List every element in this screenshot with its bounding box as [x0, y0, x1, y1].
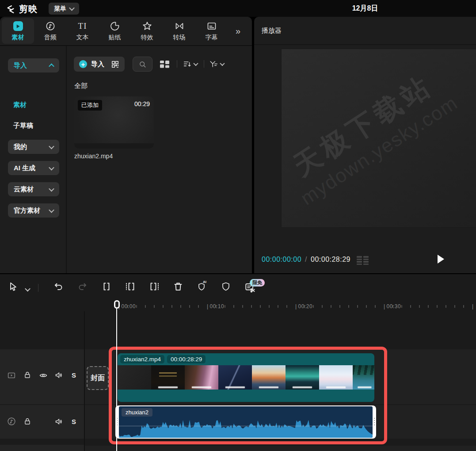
sidebar-item-subdraft[interactable]: 子草稿	[13, 122, 33, 130]
video-clip[interactable]: zhuxian2.mp4 00:00:28:29	[118, 353, 374, 402]
undo-button[interactable]	[53, 281, 64, 292]
grid-view-button[interactable]	[159, 59, 171, 69]
tab-material[interactable]: 素材	[2, 18, 34, 44]
ruler-tick	[392, 305, 393, 308]
ruler-label: |	[472, 303, 474, 310]
tab-effects[interactable]: 特效	[131, 18, 163, 44]
ruler-tick	[171, 305, 172, 308]
sidebar-group-cloud[interactable]: 云素材	[8, 182, 59, 196]
video-clip-name: zhuxian2.mp4	[120, 355, 164, 363]
audio-solo-button[interactable]: S	[72, 418, 76, 425]
media-sidebar: 导入 素材 子草稿 我的 AI 生成 云素材 官方素材	[0, 46, 66, 273]
search-input[interactable]	[133, 57, 152, 72]
eye-icon[interactable]	[38, 371, 48, 380]
player-panel: 播放器 天极下载站 mydown.yesky.com 00:00:00:00 /…	[254, 17, 476, 273]
clip-right-handle[interactable]	[374, 418, 375, 427]
video-solo-button[interactable]: S	[72, 371, 76, 379]
undo-icon	[53, 281, 64, 292]
capcut-window: 剪映 菜单 12月8日 素材 音频 TI 文本	[0, 0, 476, 451]
ruler-tick	[339, 305, 340, 308]
ruler-tick	[331, 305, 331, 308]
play-button[interactable]	[436, 254, 445, 264]
ruler-tick	[180, 305, 181, 308]
video-track-header: S	[0, 349, 84, 404]
import-button[interactable]: + 导入	[74, 57, 125, 72]
select-tool-button[interactable]	[8, 281, 19, 293]
ai-mask-button[interactable]: AI	[197, 281, 207, 292]
time-separator: /	[305, 256, 307, 264]
filter-button[interactable]	[209, 59, 224, 69]
tab-transitions-label: 转场	[173, 34, 186, 42]
tab-captions[interactable]: 字幕	[195, 18, 228, 44]
sidebar-group-import[interactable]: 导入	[8, 58, 59, 73]
ruler-tick	[286, 305, 287, 308]
player-title: 播放器	[262, 27, 282, 35]
menu-button[interactable]: 菜单	[49, 3, 79, 15]
sort-icon	[183, 59, 192, 69]
duration-label: 00:29	[134, 100, 150, 107]
split-button[interactable]	[101, 281, 112, 292]
sort-button[interactable]	[183, 59, 198, 69]
media-item-thumbnail[interactable]: 已添加 00:29	[74, 96, 154, 149]
tab-transitions[interactable]: 转场	[163, 18, 195, 44]
delete-button[interactable]	[173, 281, 183, 292]
sidebar-item-material[interactable]: 素材	[13, 101, 27, 109]
chevron-down-icon	[49, 207, 54, 213]
ruler-tick	[260, 305, 261, 308]
chevron-down-icon	[193, 61, 198, 66]
timeline-panel: AI 限免 | 00:00| 00:10| 00:20| 00:30|	[0, 273, 476, 451]
bowtie-icon	[174, 20, 185, 32]
lock-icon[interactable]	[23, 371, 32, 379]
audio-clip-name: zhuxian2	[122, 408, 152, 417]
tab-text[interactable]: TI 文本	[66, 18, 99, 44]
player-canvas	[281, 49, 476, 228]
date-label: 12月8日	[254, 4, 476, 13]
ruler-tick	[437, 305, 438, 308]
cover-button[interactable]: 封面	[87, 366, 109, 390]
video-track-type-icon	[7, 371, 16, 380]
more-tabs-button[interactable]: »	[236, 26, 240, 36]
ruler-tick	[269, 305, 270, 308]
trim-left-button[interactable]	[125, 281, 136, 292]
search-icon	[138, 60, 147, 69]
import-button-label: 导入	[91, 60, 104, 69]
audio-waveform	[119, 417, 373, 438]
audio-clip[interactable]: zhuxian2	[115, 405, 376, 439]
timecode-display: 00:00:00:00 / 00:00:28:29	[262, 256, 350, 264]
trim-right-button[interactable]	[149, 281, 160, 292]
timeline-ruler[interactable]: | 00:00| 00:10| 00:20| 00:30|	[84, 302, 476, 312]
added-badge: 已添加	[78, 100, 102, 111]
sidebar-group-official[interactable]: 官方素材	[8, 203, 59, 218]
frame-view-icon[interactable]	[357, 256, 369, 265]
ruler-tick	[375, 305, 376, 308]
video-clip-duration: 00:00:28:29	[167, 355, 206, 363]
ruler-tick	[366, 305, 367, 308]
ruler-tick	[225, 305, 225, 308]
redo-button[interactable]	[77, 281, 88, 292]
playhead-line	[116, 308, 117, 451]
tab-sticker[interactable]: 贴纸	[99, 18, 131, 44]
ruler-tick	[304, 305, 305, 308]
sidebar-group-mine[interactable]: 我的	[8, 140, 59, 154]
film-thumbnail	[151, 365, 185, 390]
speaker-icon[interactable]	[54, 417, 64, 426]
chevron-down-icon	[220, 61, 225, 66]
tab-effects-label: 特效	[141, 34, 153, 42]
playhead-handle[interactable]	[114, 300, 120, 309]
audio-track-header: S	[0, 405, 84, 439]
qr-scan-icon[interactable]	[111, 60, 119, 69]
speaker-icon[interactable]	[54, 371, 64, 380]
video-clip-header: zhuxian2.mp4 00:00:28:29	[118, 353, 374, 365]
trim-right-icon	[149, 281, 160, 292]
tab-audio[interactable]: 音频	[34, 18, 66, 44]
lock-icon[interactable]	[23, 417, 32, 426]
chevron-down-icon	[49, 143, 54, 149]
chevron-up-icon	[49, 63, 54, 69]
select-tool-dropdown[interactable]	[26, 285, 30, 293]
ruler-tick	[216, 305, 217, 308]
mask-button[interactable]	[221, 281, 231, 292]
sidebar-group-ai[interactable]: AI 生成	[8, 161, 59, 175]
ruler-tick	[198, 305, 199, 308]
limited-free-badge: 限免	[250, 279, 265, 287]
toolbar-divider	[177, 60, 177, 68]
